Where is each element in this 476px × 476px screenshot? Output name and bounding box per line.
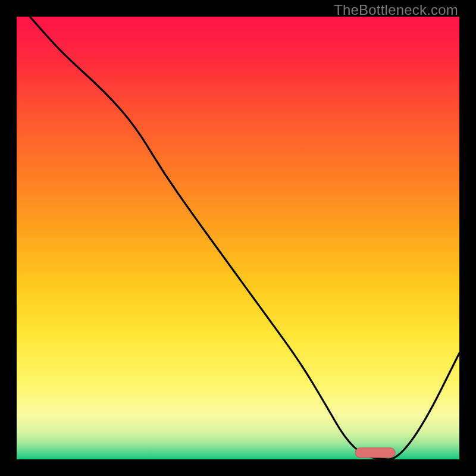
watermark-text: TheBottleneck.com [334,2,458,18]
gradient-background [17,17,459,459]
bottleneck-chart [17,17,459,459]
chart-frame [17,17,459,459]
optimal-range-marker [355,448,395,458]
